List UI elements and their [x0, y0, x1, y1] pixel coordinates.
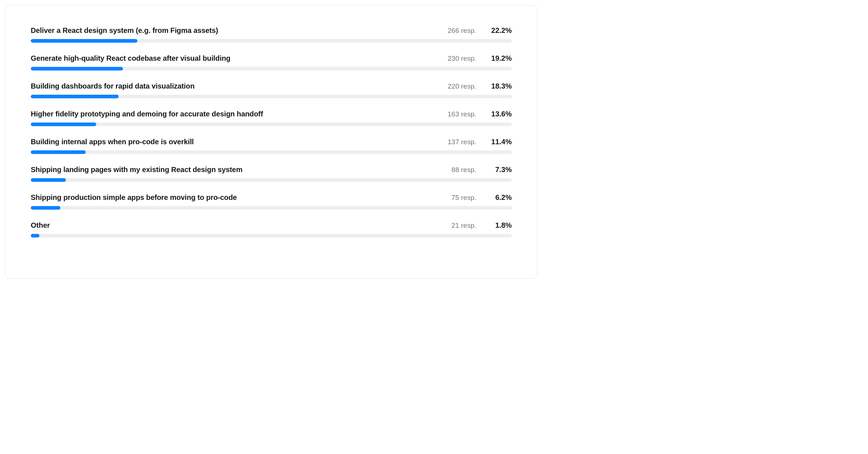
- bar-fill: [31, 123, 96, 126]
- row-respondents: 230 resp.: [444, 55, 476, 63]
- bar-track: [31, 67, 512, 70]
- row-label: Other: [31, 221, 435, 230]
- row-respondents: 220 resp.: [444, 82, 476, 90]
- chart-row: Higher fidelity prototyping and demoing …: [31, 110, 512, 126]
- row-percent: 19.2%: [485, 54, 512, 63]
- row-respondents: 266 resp.: [444, 27, 476, 35]
- bar-fill: [31, 206, 60, 210]
- survey-bar-chart: Deliver a React design system (e.g. from…: [5, 5, 537, 279]
- row-label: Building dashboards for rapid data visua…: [31, 82, 435, 90]
- row-label: Shipping production simple apps before m…: [31, 193, 435, 202]
- row-label: Shipping landing pages with my existing …: [31, 166, 435, 174]
- row-label: Building internal apps when pro-code is …: [31, 138, 435, 146]
- chart-row: Shipping production simple apps before m…: [31, 193, 512, 210]
- bar-track: [31, 95, 512, 98]
- bar-track: [31, 123, 512, 126]
- bar-track: [31, 178, 512, 182]
- row-percent: 6.2%: [485, 193, 512, 202]
- bar-track: [31, 206, 512, 210]
- row-percent: 22.2%: [485, 26, 512, 35]
- bar-track: [31, 150, 512, 154]
- chart-row: Building dashboards for rapid data visua…: [31, 82, 512, 98]
- chart-row: Building internal apps when pro-code is …: [31, 138, 512, 154]
- row-respondents: 88 resp.: [444, 166, 476, 174]
- bar-track: [31, 234, 512, 237]
- row-percent: 18.3%: [485, 82, 512, 90]
- bar-track: [31, 39, 512, 43]
- row-respondents: 21 resp.: [444, 222, 476, 230]
- bar-fill: [31, 150, 86, 154]
- row-respondents: 137 resp.: [444, 138, 476, 146]
- chart-row: Generate high-quality React codebase aft…: [31, 54, 512, 70]
- bar-fill: [31, 39, 137, 43]
- chart-row: Shipping landing pages with my existing …: [31, 166, 512, 182]
- row-percent: 1.8%: [485, 221, 512, 230]
- bar-fill: [31, 67, 123, 70]
- chart-row: Other21 resp.1.8%: [31, 221, 512, 237]
- bar-fill: [31, 178, 66, 182]
- row-respondents: 163 resp.: [444, 110, 476, 118]
- row-respondents: 75 resp.: [444, 194, 476, 202]
- row-percent: 11.4%: [485, 138, 512, 146]
- bar-fill: [31, 234, 39, 237]
- chart-row: Deliver a React design system (e.g. from…: [31, 26, 512, 43]
- row-label: Higher fidelity prototyping and demoing …: [31, 110, 435, 118]
- row-label: Deliver a React design system (e.g. from…: [31, 26, 435, 35]
- row-percent: 7.3%: [485, 166, 512, 174]
- bar-fill: [31, 95, 119, 98]
- row-percent: 13.6%: [485, 110, 512, 118]
- row-label: Generate high-quality React codebase aft…: [31, 54, 435, 63]
